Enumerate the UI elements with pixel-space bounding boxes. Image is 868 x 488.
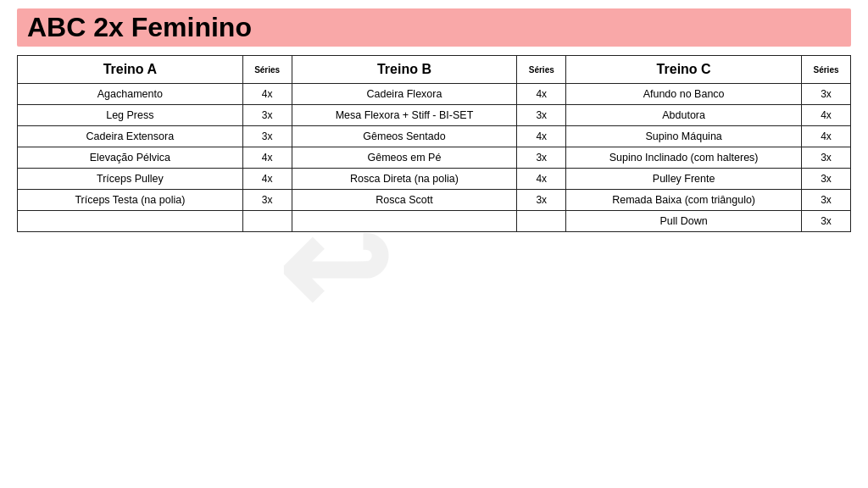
header-series-b: Séries (517, 56, 566, 84)
treino-b-exercise-1: Mesa Flexora + Stiff - BI-SET (292, 105, 517, 126)
header-series-c: Séries (802, 56, 851, 84)
treino-b-exercise-6 (292, 211, 517, 232)
treino-b-series-0: 4x (517, 84, 566, 105)
treino-c-series-0: 3x (802, 84, 851, 105)
treino-b-exercise-5: Rosca Scott (292, 190, 517, 211)
treino-b-exercise-0: Cadeira Flexora (292, 84, 517, 105)
treino-b-series-4: 4x (517, 169, 566, 190)
treino-c-exercise-2: Supino Máquina (566, 126, 802, 147)
treino-a-series-6 (242, 211, 292, 232)
treino-b-series-1: 3x (517, 105, 566, 126)
treino-c-series-6: 3x (802, 211, 851, 232)
treino-b-series-3: 3x (517, 147, 566, 169)
treino-c-series-5: 3x (802, 190, 851, 211)
treino-c-series-2: 4x (802, 126, 851, 147)
treino-b-exercise-3: Gêmeos em Pé (292, 147, 517, 169)
treino-a-series-1: 3x (242, 105, 292, 126)
header-treino-b: Treino B (292, 56, 517, 84)
treino-c-exercise-3: Supino Inclinado (com halteres) (566, 147, 802, 169)
treino-c-exercise-0: Afundo no Banco (566, 84, 802, 105)
header-treino-a: Treino A (18, 56, 243, 84)
treino-b-exercise-4: Rosca Direta (na polia) (292, 169, 517, 190)
treino-b-exercise-2: Gêmeos Sentado (292, 126, 517, 147)
header-series-a: Séries (242, 56, 292, 84)
treino-c-exercise-4: Pulley Frente (566, 169, 802, 190)
treino-a-exercise-1: Leg Press (18, 105, 243, 126)
treino-a-series-2: 3x (242, 126, 292, 147)
page-title: ABC 2x Feminino (17, 8, 851, 47)
treino-a-series-4: 4x (242, 169, 292, 190)
treino-c-exercise-1: Abdutora (566, 105, 802, 126)
treino-a-exercise-3: Elevação Pélvica (18, 147, 243, 169)
treino-a-series-5: 3x (242, 190, 292, 211)
treino-b-series-6 (517, 211, 566, 232)
treino-c-exercise-6: Pull Down (566, 211, 802, 232)
treino-a-exercise-2: Cadeira Extensora (18, 126, 243, 147)
workout-table: Treino A Séries Treino B Séries Treino C… (17, 55, 851, 232)
treino-b-series-5: 3x (517, 190, 566, 211)
treino-c-series-1: 4x (802, 105, 851, 126)
treino-a-series-3: 4x (242, 147, 292, 169)
treino-a-exercise-5: Tríceps Testa (na polia) (18, 190, 243, 211)
header-treino-c: Treino C (566, 56, 802, 84)
treino-a-series-0: 4x (242, 84, 292, 105)
treino-a-exercise-6 (18, 211, 243, 232)
treino-a-exercise-4: Tríceps Pulley (18, 169, 243, 190)
treino-a-exercise-0: Agachamento (18, 84, 243, 105)
treino-c-exercise-5: Remada Baixa (com triângulo) (566, 190, 802, 211)
treino-b-series-2: 4x (517, 126, 566, 147)
treino-c-series-3: 3x (802, 147, 851, 169)
treino-c-series-4: 3x (802, 169, 851, 190)
